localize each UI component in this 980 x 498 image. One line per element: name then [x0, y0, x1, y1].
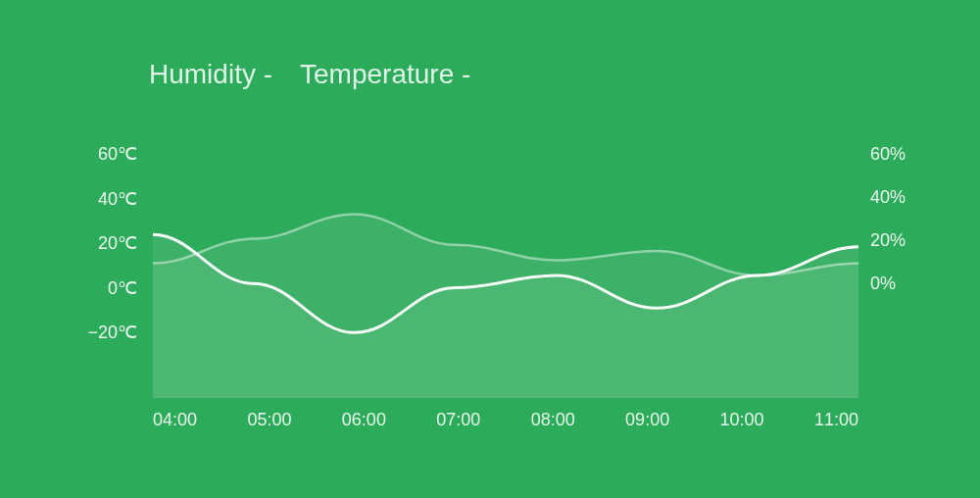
x-tick: 06:00	[342, 410, 386, 430]
y-right-tick: 40%	[870, 188, 906, 206]
y-left-tick: 0℃	[108, 279, 137, 297]
x-tick: 05:00	[247, 410, 291, 430]
y-right-tick: 60%	[870, 145, 906, 163]
y-left-tick: 20℃	[98, 234, 137, 252]
humidity-temperature-chart: 60℃ 40℃ 20℃ 0℃ −20℃ 60% 40% 20% 0% 04:00…	[78, 145, 902, 459]
x-tick: 04:00	[153, 410, 197, 430]
x-axis: 04:0005:0006:0007:0008:0009:0010:0011:00	[153, 410, 858, 430]
x-tick: 08:00	[531, 410, 575, 430]
x-tick: 07:00	[436, 410, 480, 430]
y-axis-right-humidity: 60% 40% 20% 0%	[870, 145, 919, 292]
y-right-tick: 20%	[870, 231, 906, 249]
chart-svg	[153, 153, 858, 398]
legend-temperature: Temperature -	[300, 59, 470, 90]
chart-legend: Humidity - Temperature -	[149, 59, 902, 90]
y-axis-left-temperature: 60℃ 40℃ 20℃ 0℃ −20℃	[78, 145, 137, 341]
x-tick: 10:00	[720, 410, 764, 430]
x-tick: 09:00	[625, 410, 669, 430]
legend-humidity: Humidity -	[149, 59, 272, 90]
y-left-tick: 40℃	[98, 190, 137, 208]
y-left-tick: −20℃	[87, 324, 137, 341]
y-right-tick: 0%	[870, 274, 896, 292]
y-left-tick: 60℃	[98, 145, 137, 163]
chart-plot-area	[153, 153, 858, 398]
x-tick: 11:00	[814, 410, 858, 430]
